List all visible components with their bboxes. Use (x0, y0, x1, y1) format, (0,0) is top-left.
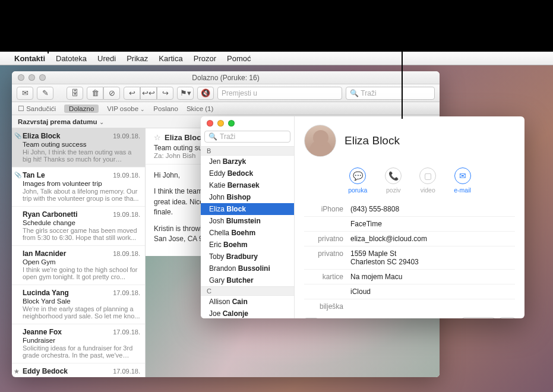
mailboxes-toggle[interactable]: ☐ Sandučići (18, 105, 56, 113)
menu-edit[interactable]: Uredi (97, 54, 116, 63)
message-item[interactable]: Ian Macnider18.09.18.Open GymI think we'… (12, 246, 145, 285)
contacts-list[interactable]: BJen BarzykEddy BedockKatie BernasekJohn… (201, 146, 294, 318)
share-button[interactable]: ⇪ (500, 317, 515, 318)
contact-first: Eddy (209, 169, 225, 178)
message-date: 19.09.18. (113, 172, 140, 179)
move-placeholder: Premjesti u (222, 89, 257, 97)
add-contact-button[interactable]: ＋ (304, 318, 318, 318)
message-action[interactable]: 💬poruka (348, 167, 367, 194)
contact-item[interactable]: Katie Bernasek (201, 179, 294, 191)
tab-vip[interactable]: VIP osobe ⌄ (107, 105, 145, 112)
message-item[interactable]: Lucinda Yang17.09.18.Block Yard SaleWe'r… (12, 285, 145, 324)
email-action[interactable]: ✉e-mail (454, 167, 471, 194)
message-date: 17.09.18. (113, 289, 140, 296)
app-menu[interactable]: Kontakti (14, 54, 45, 63)
message-preview: We're in the early stages of planning a … (23, 305, 140, 320)
message-preview: John, Talk about a lifelong memory. Our … (23, 188, 140, 202)
field-label (304, 220, 350, 228)
get-mail-button[interactable]: ✉ (17, 87, 33, 100)
reply-button[interactable]: ↩ (124, 87, 140, 100)
archive-button[interactable]: 🗄 (67, 87, 83, 100)
message-preview: The girls soccer game has been moved fro… (23, 227, 140, 241)
attachment-icon: 📎 (14, 132, 21, 139)
contact-first: John (209, 193, 225, 201)
message-item[interactable]: 📎Eliza Block19.09.18.Team outing success… (12, 128, 145, 167)
contact-first: Josh (209, 217, 224, 225)
contact-item[interactable]: Gary Butcher (201, 274, 294, 286)
reply-all-button[interactable]: ↩↩ (140, 87, 157, 100)
field-value[interactable]: Na mojem Macu (350, 273, 515, 281)
contact-item[interactable]: Eric Boehm (201, 239, 294, 251)
message-subject: Images from volunteer trip (23, 180, 140, 187)
zoom-button[interactable] (228, 120, 235, 127)
message-subject: Open Gym (23, 258, 140, 265)
star-icon[interactable]: ☆ (154, 133, 161, 142)
tab-drafts[interactable]: Skice (1) (187, 105, 213, 112)
contact-item[interactable]: John Bishop (201, 191, 294, 203)
contacts-window: 🔍Traži BJen BarzykEddy BedockKatie Berna… (201, 116, 524, 318)
menu-help[interactable]: Pomoć (227, 54, 251, 63)
contact-last: Barzyk (223, 157, 246, 166)
delete-button[interactable]: 🗑 (87, 87, 103, 100)
menu-view[interactable]: Prikaz (127, 54, 148, 63)
menu-window[interactable]: Prozor (194, 54, 216, 63)
contact-item[interactable]: Eliza Block (201, 203, 294, 215)
minimize-button[interactable] (217, 120, 224, 127)
edit-button[interactable]: Uredi (462, 317, 495, 318)
field-value[interactable]: FaceTime (350, 220, 515, 228)
field-label (304, 287, 350, 296)
flag-button[interactable]: ⚑▾ (177, 87, 194, 100)
message-list[interactable]: 📎Eliza Block19.09.18.Team outing success… (12, 128, 146, 377)
field-label: privatno (304, 235, 350, 243)
field-label: bilješka (304, 302, 350, 311)
mail-titlebar[interactable]: Dolazno (Poruke: 16) (12, 71, 440, 84)
close-button[interactable] (207, 120, 213, 127)
forward-button[interactable]: ↪ (157, 87, 173, 100)
contact-item[interactable]: Joe Calonje (201, 308, 294, 318)
close-button[interactable] (18, 74, 24, 81)
video-action[interactable]: ▢video (419, 167, 436, 194)
callout-line-right (402, 18, 403, 119)
move-to-field[interactable]: Premjesti u (217, 87, 342, 100)
field-value[interactable]: (843) 555-8808 (350, 205, 515, 213)
call-action[interactable]: 📞poziv (385, 167, 402, 194)
section-header: B (201, 146, 294, 156)
menu-card[interactable]: Kartica (159, 54, 182, 63)
field-label: iPhone (304, 205, 350, 213)
field-value[interactable] (350, 302, 515, 311)
contact-first: Jen (209, 157, 220, 166)
zoom-button[interactable] (39, 74, 46, 81)
message-item[interactable]: Ryan Carbonetti19.09.18.Schedule changeT… (12, 207, 145, 246)
mute-button[interactable]: 🔇 (197, 87, 214, 100)
message-subject: Team outing success (23, 141, 140, 148)
tab-sent[interactable]: Poslano (153, 105, 178, 112)
mail-search-field[interactable]: 🔍 Traži (346, 87, 435, 100)
avatar[interactable] (304, 125, 336, 157)
message-date: 17.09.18. (113, 328, 140, 336)
phone-icon: 📞 (385, 167, 402, 184)
field-value[interactable]: iCloud (350, 287, 515, 296)
contact-item[interactable]: Eddy Bedock (201, 167, 294, 179)
compose-button[interactable]: ✎ (37, 87, 53, 100)
message-item[interactable]: Jeanne Fox17.09.18.FundraiserSoliciting … (12, 324, 145, 363)
message-sender: Jeanne Fox (23, 328, 62, 336)
field-value[interactable]: 1559 Maple St Charleston SC 29403 (350, 249, 515, 266)
field-value[interactable]: eliza_block@icloud.com (350, 235, 515, 243)
message-item[interactable]: ★Eddy Bedock17.09.18.Coming to TownHey, … (12, 363, 145, 377)
contact-item[interactable]: Allison Cain (201, 296, 294, 308)
minimize-button[interactable] (29, 74, 35, 81)
junk-button[interactable]: ⊘ (103, 87, 120, 100)
message-item[interactable]: 📎Tan Le19.09.18.Images from volunteer tr… (12, 167, 145, 207)
contact-last: Bussolini (238, 264, 270, 273)
contacts-search-field[interactable]: 🔍Traži (204, 131, 290, 143)
tab-inbox[interactable]: Dolazno (64, 105, 99, 113)
contact-item[interactable]: Brandon Bussolini (201, 263, 294, 274)
menu-file[interactable]: Datoteka (56, 54, 87, 63)
contact-item[interactable]: Jen Barzyk (201, 156, 294, 167)
contact-item[interactable]: Chella Boehm (201, 227, 294, 239)
to-value: John Bish (166, 152, 196, 159)
contact-first: Brandon (209, 264, 236, 273)
star-icon: ★ (14, 368, 20, 375)
contact-item[interactable]: Toby Bradbury (201, 251, 294, 263)
contact-item[interactable]: Josh Blumstein (201, 215, 294, 227)
